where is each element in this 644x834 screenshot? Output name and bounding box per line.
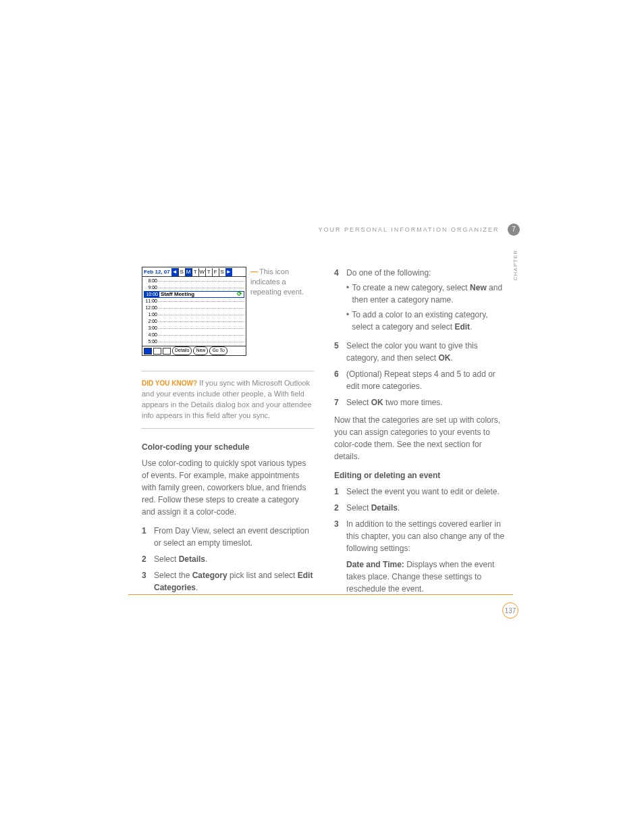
- step-item: 1Select the event you want to edit or de…: [334, 486, 506, 498]
- footer-rule: [128, 594, 513, 595]
- step-item: 2Select Details.: [334, 502, 506, 514]
- step-item: 1From Day View, select an event descript…: [142, 525, 314, 549]
- view-icon: [144, 348, 152, 355]
- time-label: 8:00: [144, 278, 159, 285]
- time-label: 11:00: [144, 298, 159, 305]
- time-label: 4:00: [144, 332, 159, 339]
- next-arrow-icon: ►: [225, 268, 232, 276]
- did-you-know-tip: DID YOU KNOW? If you sync with Microsoft…: [142, 371, 314, 429]
- paragraph: Use color-coding to quickly spot various…: [142, 457, 314, 518]
- day-s2: S: [219, 268, 225, 276]
- event-title: Staff Meeting: [159, 290, 194, 298]
- step-item: 3Select the Category pick list and selec…: [142, 569, 314, 594]
- time-label: 3:00: [144, 325, 159, 332]
- new-button: New: [193, 346, 208, 355]
- page-number: 137: [502, 602, 518, 619]
- step-item: 2Select Details.: [142, 553, 314, 565]
- day-w: W: [198, 268, 205, 276]
- time-label: 5:00: [144, 338, 159, 346]
- time-label: 1:00: [144, 311, 159, 319]
- time-label: 9:00: [144, 284, 159, 292]
- step-item: 5Select the color you want to give this …: [334, 340, 506, 364]
- screenshot-date: Feb 12, 07: [142, 268, 171, 276]
- view-icon: [163, 348, 171, 355]
- step-item: 4 Do one of the following: •To create a …: [334, 267, 506, 336]
- callout-text: —This icon indicates a repeating event.: [250, 267, 304, 297]
- step-item: 7Select OK two more times.: [334, 396, 506, 409]
- day-f: F: [212, 268, 219, 276]
- subhead-editing: Editing or deleting an event: [334, 469, 506, 481]
- time-label: 10:00: [144, 291, 159, 298]
- prev-arrow-icon: ◄: [171, 268, 178, 276]
- calendar-screenshot: Feb 12, 07 ◄ S M T W T F S ► 8:00 9:00: [142, 267, 246, 356]
- time-label: 12:00: [144, 305, 159, 312]
- day-t2: T: [205, 268, 212, 276]
- tip-label: DID YOU KNOW?: [142, 380, 197, 387]
- step-item: 6(Optional) Repeat steps 4 and 5 to add …: [334, 368, 506, 392]
- subhead-color-coding: Color-coding your schedule: [142, 441, 314, 453]
- paragraph: Now that the categories are set up with …: [334, 414, 506, 463]
- details-button: Details: [172, 346, 192, 355]
- repeat-icon: ⟳: [236, 290, 244, 299]
- goto-button: Go To: [209, 346, 227, 355]
- day-s: S: [178, 268, 185, 276]
- day-t: T: [192, 268, 198, 276]
- view-icon: [153, 348, 161, 355]
- time-label: 2:00: [144, 318, 159, 325]
- step-item: 3 In addition to the settings covered ea…: [334, 518, 506, 595]
- day-m: M: [185, 268, 192, 276]
